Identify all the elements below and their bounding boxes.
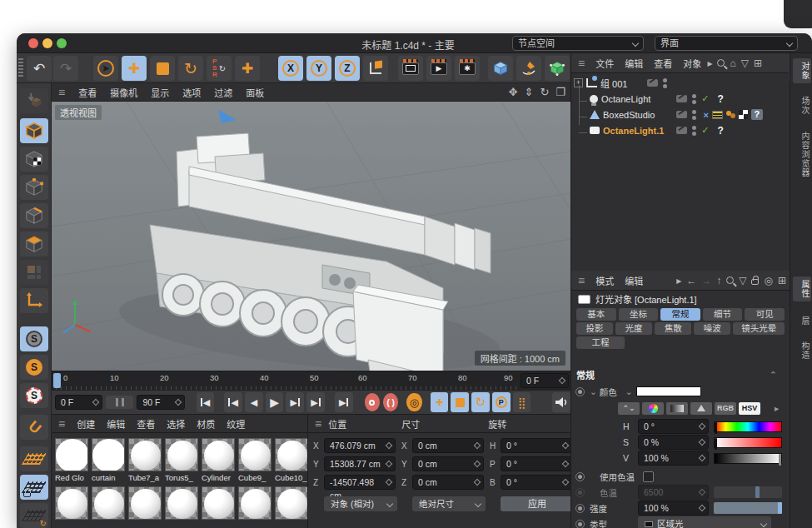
enabled-check-icon[interactable]: ✓ <box>701 93 709 104</box>
rotation-h-field[interactable]: 0 ° <box>501 438 572 453</box>
material-item[interactable]: Cube10_ <box>275 438 308 482</box>
keyframe-selection-button[interactable]: ◎ <box>406 393 421 411</box>
intensity-field[interactable]: 100 % <box>638 501 709 516</box>
workplane-button[interactable] <box>20 446 48 471</box>
object-row-octanelight1[interactable]: OctaneLight.1 ✓ ? <box>571 122 766 138</box>
coordinate-mode-dropdown[interactable]: 对象 (相对) <box>324 496 397 511</box>
menu-camera[interactable]: 摄像机 <box>110 86 137 99</box>
question-tag-selected[interactable]: ? <box>751 109 763 120</box>
mat-menu-edit[interactable]: 编辑 <box>107 417 125 431</box>
temperature-field[interactable]: 6500 <box>638 485 709 500</box>
rotate-view-icon[interactable]: ↻ <box>540 86 549 98</box>
tab-general[interactable]: 常规 <box>660 308 700 321</box>
record-keyframe-button[interactable] <box>365 393 380 411</box>
material-item[interactable]: Red Glo <box>55 438 90 482</box>
temperature-slider[interactable] <box>714 486 782 498</box>
om-menu-object[interactable]: 对象 <box>683 57 701 70</box>
y-axis-lock-button[interactable]: Y <box>306 56 331 81</box>
checker-tag[interactable] <box>739 110 748 119</box>
material-item[interactable]: Tube7_a <box>128 438 163 482</box>
size-y-field[interactable]: 0 cm <box>412 456 484 471</box>
primitive-object-button[interactable] <box>488 56 513 81</box>
position-x-field[interactable]: 476.079 cm <box>324 438 396 453</box>
layer-toggle[interactable] <box>647 79 658 87</box>
quantize-button[interactable]: S <box>20 383 48 408</box>
om-menu-edit[interactable]: 编辑 <box>625 57 643 70</box>
prev-frame-button[interactable]: ◀ <box>245 392 263 412</box>
back-icon[interactable]: ← <box>686 275 696 286</box>
add-layer-icon[interactable]: ⊞ <box>754 57 762 69</box>
anim-dot[interactable] <box>575 520 585 528</box>
object-row-octanelight[interactable]: OctaneLight ✓ ? <box>571 91 766 107</box>
tab-visibility[interactable]: 可见 <box>745 308 785 321</box>
object-row-group[interactable]: + 组 001 <box>571 75 766 91</box>
mat-menu-texture[interactable]: 纹理 <box>227 417 245 431</box>
balls-tag[interactable] <box>726 111 735 118</box>
key-position-toggle[interactable]: ✚ <box>431 392 449 412</box>
render-view-button[interactable] <box>398 56 423 81</box>
toolbar-grip[interactable] <box>18 58 23 78</box>
mat-menu-view[interactable]: 查看 <box>137 417 155 431</box>
visibility-dots[interactable] <box>692 126 696 136</box>
tab-noise[interactable]: 噪波 <box>694 322 730 335</box>
image-icon[interactable] <box>690 402 712 415</box>
apply-button[interactable]: 应用 <box>501 496 574 511</box>
mat-menu-material[interactable]: 材质 <box>197 417 215 431</box>
tab-lens-flare[interactable]: 镜头光晕 <box>733 322 785 335</box>
tab-layers[interactable]: 层 <box>793 313 811 329</box>
timeline-ruler[interactable]: 0 10 20 30 40 50 60 70 80 90 0 F <box>52 371 570 390</box>
z-axis-lock-button[interactable]: Z <box>335 56 360 81</box>
saturation-field[interactable]: 0 % <box>638 435 709 450</box>
menu-display[interactable]: 显示 <box>151 86 169 99</box>
anim-dot[interactable] <box>575 387 585 396</box>
render-picture-viewer-button[interactable]: ▶ <box>426 56 451 81</box>
menu-filter[interactable]: 过滤 <box>214 86 232 99</box>
tab-project[interactable]: 工程 <box>576 336 625 349</box>
xpresso-tag[interactable]: × <box>703 110 708 120</box>
material-item[interactable] <box>128 486 163 520</box>
material-item[interactable] <box>55 486 90 520</box>
object-row-boxedstudio[interactable]: BoxedStudio × ? <box>571 107 766 122</box>
autokey-button[interactable]: ( ) <box>383 393 398 411</box>
question-tag[interactable]: ? <box>718 125 724 137</box>
lock-icon[interactable] <box>751 279 759 285</box>
more-icon[interactable]: ▸ <box>775 403 779 413</box>
menu-view[interactable]: 查看 <box>78 86 97 99</box>
sound-toggle[interactable] <box>552 392 570 412</box>
scroll-up-icon[interactable]: ⌃ <box>770 370 777 381</box>
am-menu-edit[interactable]: 编辑 <box>625 274 643 287</box>
viewport-canvas[interactable]: 透视视图 网格间距 : 1000 cm <box>52 102 570 371</box>
material-item[interactable]: curtain <box>92 438 127 482</box>
tab-shadow[interactable]: 投影 <box>576 322 613 335</box>
value-field[interactable]: 100 % <box>638 451 709 466</box>
next-key-button[interactable]: ▶ <box>306 392 325 412</box>
question-tag[interactable]: ? <box>718 93 724 105</box>
anim-dot[interactable] <box>575 472 585 481</box>
undo-button[interactable]: ↶ <box>27 56 52 81</box>
material-item[interactable] <box>165 486 200 520</box>
target-icon[interactable]: ◎ <box>764 275 772 286</box>
hue-field[interactable]: 0 ° <box>638 419 709 434</box>
hue-bar[interactable] <box>714 421 782 432</box>
enabled-check-icon[interactable]: ✓ <box>701 125 709 136</box>
list-tag[interactable] <box>712 111 723 119</box>
mat-menu-select[interactable]: 选择 <box>167 417 185 431</box>
current-frame-field[interactable]: 0 F <box>521 373 569 388</box>
intensity-slider[interactable] <box>714 502 782 514</box>
color-wheel-icon[interactable] <box>642 402 664 415</box>
pan-view-icon[interactable]: ✥ <box>509 86 518 98</box>
value-bar[interactable] <box>714 453 782 464</box>
filter-icon[interactable]: ▽ <box>739 275 746 286</box>
play-button[interactable]: ▶ <box>266 392 284 412</box>
rgb-mode-button[interactable]: RGB <box>715 402 736 415</box>
key-parameter-toggle[interactable]: P <box>492 392 511 412</box>
range-slider[interactable] <box>106 396 133 409</box>
compact-mode-icon[interactable]: ⌃⌄ <box>618 402 640 415</box>
color-swatch[interactable] <box>636 386 701 396</box>
size-mode-dropdown[interactable]: 绝对尺寸 <box>412 496 486 511</box>
range-end-field[interactable]: 90 F <box>137 395 184 410</box>
node-space-dropdown[interactable]: 节点空间 <box>512 36 644 51</box>
global-move-button[interactable]: ✚ <box>235 56 260 81</box>
scale-tool-button[interactable] <box>150 56 175 81</box>
goto-start-button[interactable]: ◀ <box>197 392 215 412</box>
